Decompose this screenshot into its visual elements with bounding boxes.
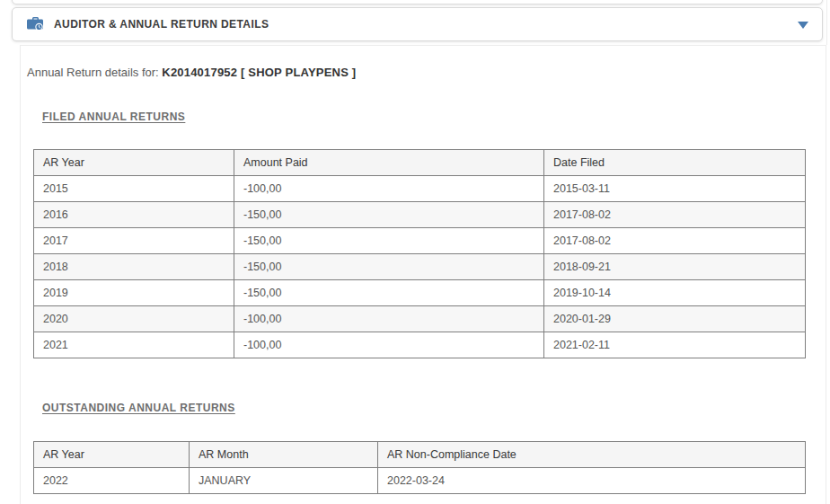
details-label: Annual Return details for: xyxy=(27,66,162,79)
chevron-down-icon[interactable] xyxy=(798,22,808,29)
table-cell: 2018 xyxy=(34,254,234,280)
table-cell: 2018-09-21 xyxy=(544,254,806,280)
table-row: 2016-150,002017-08-02 xyxy=(34,202,806,228)
accordion-header-auditor-annual-return[interactable]: AUDITOR & ANNUAL RETURN DETAILS xyxy=(12,7,823,41)
outstanding-annual-returns-table: AR YearAR MonthAR Non-Compliance Date 20… xyxy=(33,441,806,494)
table-cell: 2015-03-11 xyxy=(544,176,806,202)
table-row: 2020-100,002020-01-29 xyxy=(34,306,806,332)
table-cell: 2017-08-02 xyxy=(544,228,806,254)
outstanding-annual-returns-heading[interactable]: OUTSTANDING ANNUAL RETURNS xyxy=(42,402,235,414)
filed-annual-returns-heading[interactable]: FILED ANNUAL RETURNS xyxy=(42,111,185,123)
table-cell: -100,00 xyxy=(234,176,544,202)
previous-accordion-card-edge xyxy=(12,0,823,4)
column-header: Amount Paid xyxy=(234,150,544,176)
column-header: AR Year xyxy=(34,150,234,176)
outstanding-table-header-row: AR YearAR MonthAR Non-Compliance Date xyxy=(34,442,806,468)
table-cell: 2021-02-11 xyxy=(544,332,806,358)
table-row: 2018-150,002018-09-21 xyxy=(34,254,806,280)
table-cell: 2020 xyxy=(34,306,234,332)
table-cell: -150,00 xyxy=(234,202,544,228)
table-cell: 2022 xyxy=(34,468,190,494)
table-cell: 2017 xyxy=(34,228,234,254)
table-cell: 2021 xyxy=(34,332,234,358)
auditor-annual-return-page: AUDITOR & ANNUAL RETURN DETAILS Annual R… xyxy=(0,0,830,504)
column-header: AR Year xyxy=(34,442,190,468)
table-cell: -100,00 xyxy=(234,332,544,358)
table-cell: 2016 xyxy=(34,202,234,228)
column-header: AR Month xyxy=(190,442,378,468)
column-header: Date Filed xyxy=(544,150,806,176)
table-row: 2017-150,002017-08-02 xyxy=(34,228,806,254)
column-header: AR Non-Compliance Date xyxy=(378,442,806,468)
filed-table-header-row: AR YearAmount PaidDate Filed xyxy=(34,150,806,176)
table-cell: 2019 xyxy=(34,280,234,306)
table-cell: 2019-10-14 xyxy=(544,280,806,306)
table-row: 2019-150,002019-10-14 xyxy=(34,280,806,306)
panel-right-edge xyxy=(826,0,827,45)
table-cell: -150,00 xyxy=(234,228,544,254)
table-cell: 2022-03-24 xyxy=(378,468,806,494)
accordion-title: AUDITOR & ANNUAL RETURN DETAILS xyxy=(54,18,269,31)
filed-annual-returns-table: AR YearAmount PaidDate Filed 2015-100,00… xyxy=(33,149,806,358)
table-row: 2022JANUARY2022-03-24 xyxy=(34,468,806,494)
table-row: 2021-100,002021-02-11 xyxy=(34,332,806,358)
table-cell: -150,00 xyxy=(234,280,544,306)
table-cell: 2017-08-02 xyxy=(544,202,806,228)
table-cell: 2015 xyxy=(34,176,234,202)
table-cell: JANUARY xyxy=(190,468,378,494)
annual-return-details-line: Annual Return details for: K2014017952 [… xyxy=(27,66,356,79)
company-registration-value: K2014017952 [ SHOP PLAYPENS ] xyxy=(162,66,356,79)
table-cell: -150,00 xyxy=(234,254,544,280)
briefcase-icon xyxy=(27,17,44,31)
table-cell: -100,00 xyxy=(234,306,544,332)
table-row: 2015-100,002015-03-11 xyxy=(34,176,806,202)
table-cell: 2020-01-29 xyxy=(544,306,806,332)
